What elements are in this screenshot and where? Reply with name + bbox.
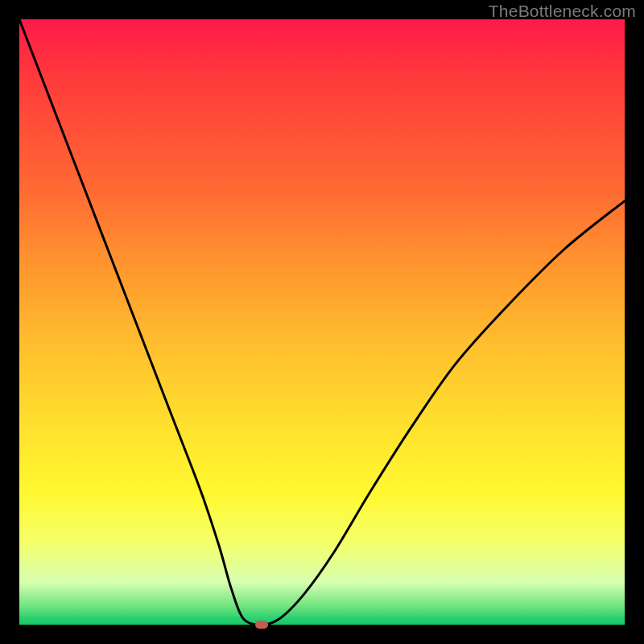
- optimum-marker: [255, 621, 268, 629]
- plot-area: [19, 19, 625, 625]
- bottleneck-curve: [19, 19, 625, 625]
- watermark-text: TheBottleneck.com: [489, 2, 636, 21]
- chart-frame: TheBottleneck.com: [0, 0, 644, 644]
